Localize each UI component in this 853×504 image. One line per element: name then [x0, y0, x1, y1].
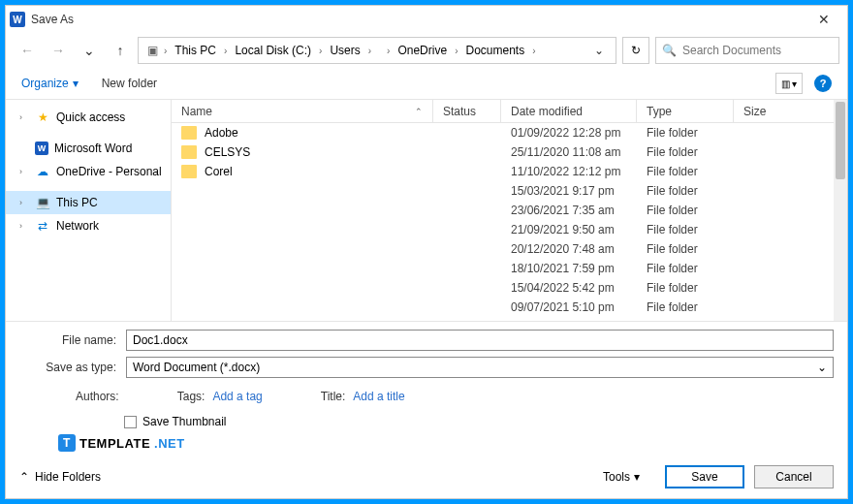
file-type: File folder	[637, 184, 734, 198]
file-name: CELSYS	[205, 145, 250, 159]
chevron-right-icon: ›	[222, 46, 229, 56]
sidebar-item-microsoft-word[interactable]: WMicrosoft Word	[6, 137, 171, 160]
file-list[interactable]: Adobe01/09/2022 12:28 pmFile folderCELSY…	[172, 123, 847, 321]
file-date: 21/09/2021 9:50 am	[501, 223, 637, 236]
recent-dropdown-icon[interactable]: ⌄	[76, 37, 103, 64]
sidebar-item-label: Network	[56, 219, 99, 233]
column-date[interactable]: Date modified	[501, 100, 637, 122]
address-bar[interactable]: ▣ › This PC › Local Disk (C:) › Users › …	[138, 37, 616, 64]
file-type: File folder	[637, 242, 734, 256]
file-type: File folder	[637, 145, 734, 159]
scrollbar-thumb[interactable]	[836, 102, 845, 179]
help-button[interactable]: ?	[814, 75, 832, 92]
file-type: File folder	[637, 262, 734, 275]
breadcrumb-item[interactable]: Local Disk (C:)	[231, 44, 315, 57]
search-input[interactable]: 🔍 Search Documents	[655, 37, 839, 64]
file-row[interactable]: CELSYS25/11/2020 11:08 amFile folder	[172, 142, 847, 162]
authors-label: Authors:	[76, 390, 119, 403]
refresh-button[interactable]: ↻	[622, 37, 649, 64]
sidebar-item-label: This PC	[56, 196, 98, 209]
sidebar-item-quick-access[interactable]: ›★Quick access	[6, 106, 171, 129]
cancel-button[interactable]: Cancel	[754, 465, 834, 488]
sidebar-item-label: OneDrive - Personal	[56, 165, 162, 178]
search-placeholder: Search Documents	[682, 44, 781, 57]
file-type: File folder	[637, 204, 734, 217]
file-type: File folder	[637, 281, 734, 295]
chevron-right-icon: ›	[19, 221, 29, 231]
file-row[interactable]: Corel11/10/2022 12:12 pmFile folder	[172, 162, 847, 181]
chevron-right-icon: ›	[19, 167, 29, 176]
file-type: File folder	[637, 165, 734, 178]
sidebar-item-network[interactable]: ›⇄Network	[6, 214, 171, 237]
organize-button[interactable]: Organize▾	[21, 77, 79, 90]
chevron-right-icon: ›	[366, 46, 373, 56]
chevron-right-icon: ›	[162, 46, 169, 56]
new-folder-button[interactable]: New folder	[102, 77, 157, 90]
column-status[interactable]: Status	[433, 100, 501, 122]
sidebar-item-onedrive-personal[interactable]: ›☁OneDrive - Personal	[6, 160, 171, 183]
brand-t-icon: T	[58, 434, 76, 452]
chevron-up-icon: ⌃	[19, 470, 29, 484]
breadcrumb-item[interactable]: This PC	[171, 44, 220, 57]
title-label: Title:	[321, 390, 346, 403]
savetype-select[interactable]: Word Document (*.docx)⌄	[126, 357, 834, 378]
network-icon: ⇄	[35, 219, 50, 233]
chevron-right-icon: ›	[19, 198, 29, 207]
window-title: Save As	[31, 13, 74, 26]
file-date: 09/07/2021 5:10 pm	[501, 300, 637, 314]
file-row[interactable]: 09/07/2021 5:10 pmFile folder	[172, 298, 847, 317]
filename-label: File name:	[19, 333, 116, 347]
hide-folders-button[interactable]: ⌃Hide Folders	[19, 470, 101, 484]
save-as-dialog: W Save As ✕ ← → ⌄ ↑ ▣ › This PC › Local …	[5, 5, 848, 499]
file-list-panel: Name⌃ Status Date modified Type Size Ado…	[171, 100, 847, 321]
file-date: 11/10/2022 12:12 pm	[501, 165, 637, 178]
file-type: File folder	[637, 223, 734, 236]
column-size[interactable]: Size	[734, 100, 847, 122]
file-date: 15/03/2021 9:17 pm	[501, 184, 637, 198]
dropdown-caret-icon: ▾	[73, 77, 79, 90]
vertical-scrollbar[interactable]	[834, 100, 847, 321]
file-type: File folder	[637, 300, 734, 314]
file-name: Corel	[205, 165, 233, 178]
command-bar: Organize▾ New folder ▥ ▾ ?	[6, 68, 847, 99]
sort-asc-icon: ⌃	[415, 107, 423, 116]
file-row[interactable]: 21/09/2021 9:50 amFile folder	[172, 220, 847, 239]
sidebar-item-this-pc[interactable]: ›💻This PC	[6, 191, 171, 214]
nav-bar: ← → ⌄ ↑ ▣ › This PC › Local Disk (C:) › …	[6, 33, 847, 68]
file-row[interactable]: 20/12/2020 7:48 amFile folder	[172, 239, 847, 259]
save-thumbnail-checkbox[interactable]	[124, 416, 137, 428]
save-thumbnail-label: Save Thumbnail	[142, 415, 227, 428]
file-name: Adobe	[205, 126, 238, 140]
file-row[interactable]: 15/04/2022 5:42 pmFile folder	[172, 278, 847, 298]
file-row[interactable]: 23/06/2021 7:35 amFile folder	[172, 201, 847, 220]
file-row[interactable]: 15/03/2021 9:17 pmFile folder	[172, 181, 847, 201]
file-row[interactable]: 24/11/2020 8:28 pmFile folder	[172, 317, 847, 321]
star-icon: ★	[35, 110, 50, 124]
file-date: 18/10/2021 7:59 pm	[501, 262, 637, 275]
tools-button[interactable]: Tools▾	[603, 470, 640, 484]
add-tag-link[interactable]: Add a tag	[212, 390, 262, 403]
breadcrumb-item[interactable]: Documents	[461, 44, 528, 57]
file-date: 01/09/2022 12:28 pm	[501, 126, 637, 140]
save-button[interactable]: Save	[665, 465, 744, 488]
back-button[interactable]: ←	[14, 37, 41, 64]
file-row[interactable]: Adobe01/09/2022 12:28 pmFile folder	[172, 123, 847, 142]
address-dropdown-icon[interactable]: ⌄	[588, 44, 610, 57]
dropdown-caret-icon: ⌄	[817, 361, 827, 374]
folder-nav-icon: ▣	[144, 43, 160, 58]
close-button[interactable]: ✕	[805, 6, 843, 33]
file-row[interactable]: 18/10/2021 7:59 pmFile folder	[172, 259, 847, 278]
add-title-link[interactable]: Add a title	[353, 390, 404, 403]
titlebar: W Save As ✕	[6, 6, 847, 33]
column-type[interactable]: Type	[637, 100, 734, 122]
view-mode-button[interactable]: ▥ ▾	[775, 73, 803, 94]
filename-input[interactable]: Doc1.docx	[126, 330, 834, 351]
forward-button[interactable]: →	[45, 37, 72, 64]
folder-icon	[181, 126, 197, 140]
breadcrumb-item[interactable]: OneDrive	[394, 44, 451, 57]
breadcrumb-item[interactable]: Users	[326, 44, 363, 57]
column-name[interactable]: Name⌃	[172, 100, 433, 122]
chevron-right-icon: ›	[385, 46, 392, 56]
file-date: 24/11/2020 8:28 pm	[501, 320, 637, 321]
up-button[interactable]: ↑	[107, 37, 134, 64]
